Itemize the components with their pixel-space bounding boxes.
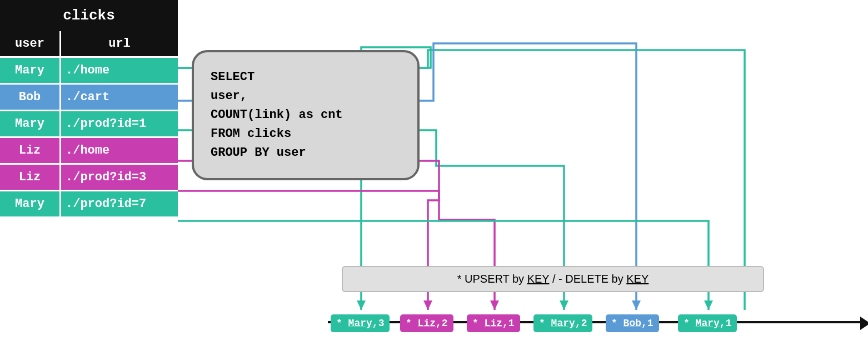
- table-row-5: Mary ./prod?id=7: [0, 190, 178, 216]
- sql-line5: GROUP BY user: [211, 144, 401, 162]
- table-row-0: Mary ./home: [0, 56, 178, 83]
- table-row-3: Liz ./home: [0, 136, 178, 163]
- svg-marker-3: [560, 300, 568, 310]
- cell-user-4: Liz: [0, 165, 61, 190]
- badge-mary3: * Mary,3: [331, 314, 390, 332]
- sql-line2: user,: [211, 87, 401, 106]
- table-row-4: Liz ./prod?id=3: [0, 163, 178, 190]
- table-row-2: Mary ./prod?id=1: [0, 110, 178, 136]
- badge-liz2: * Liz,2: [400, 314, 453, 332]
- cell-user-5: Mary: [0, 191, 61, 216]
- upsert-box: * UPSERT by KEY / - DELETE by KEY: [342, 266, 764, 292]
- table-title: clicks: [0, 0, 178, 31]
- svg-marker-0: [357, 300, 366, 310]
- cell-user-3: Liz: [0, 138, 61, 163]
- svg-marker-4: [632, 300, 641, 310]
- upsert-text: * UPSERT by KEY / - DELETE by KEY: [457, 273, 649, 285]
- table-row-1: Bob ./cart: [0, 83, 178, 110]
- svg-marker-1: [423, 300, 432, 310]
- badge-bob1: * Bob,1: [606, 314, 659, 332]
- cell-user-1: Bob: [0, 85, 61, 110]
- badge-liz1: * Liz,1: [467, 314, 520, 332]
- cell-url-0: ./home: [61, 58, 178, 83]
- sql-line3: COUNT(link) as cnt: [211, 106, 401, 125]
- cell-url-4: ./prod?id=3: [61, 165, 178, 190]
- clicks-table: clicks user url Mary ./home Bob ./cart M…: [0, 0, 178, 216]
- cell-url-3: ./home: [61, 138, 178, 163]
- col-header-url: url: [61, 31, 178, 56]
- cell-url-1: ./cart: [61, 85, 178, 110]
- sql-box: SELECT user, COUNT(link) as cnt FROM cli…: [192, 50, 420, 180]
- table-body: Mary ./home Bob ./cart Mary ./prod?id=1 …: [0, 56, 178, 216]
- cell-url-2: ./prod?id=1: [61, 111, 178, 136]
- sql-line4: FROM clicks: [211, 125, 401, 144]
- sql-line1: SELECT: [211, 68, 401, 87]
- badge-mary1: * Mary,1: [678, 314, 737, 332]
- svg-marker-5: [704, 300, 713, 310]
- timeline-arrow: [860, 317, 868, 330]
- cell-user-2: Mary: [0, 111, 61, 136]
- cell-url-5: ./prod?id=7: [61, 191, 178, 216]
- svg-marker-2: [490, 300, 499, 310]
- badge-mary2: * Mary,2: [533, 314, 592, 332]
- col-header-user: user: [0, 31, 61, 56]
- cell-user-0: Mary: [0, 58, 61, 83]
- table-header: user url: [0, 31, 178, 56]
